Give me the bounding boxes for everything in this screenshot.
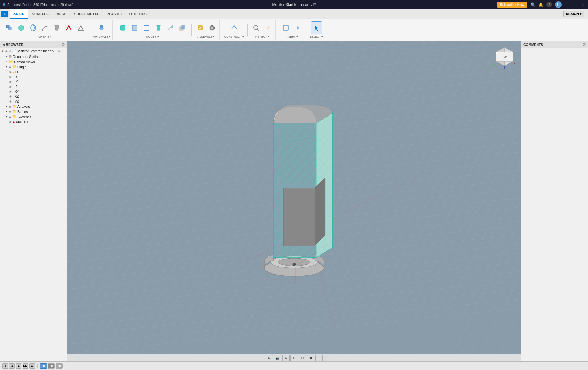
timeline-btn2[interactable]: ◼ — [48, 363, 55, 369]
maximize-button[interactable]: □ — [573, 2, 578, 7]
minimize-button[interactable]: ─ — [565, 2, 570, 7]
help-icon[interactable]: ? — [546, 2, 552, 7]
playback-play-button[interactable]: ▶ — [16, 363, 21, 369]
comments-settings-icon[interactable]: ⊙ — [582, 43, 586, 47]
viewport-display2-button[interactable]: ⊞ — [315, 355, 323, 361]
tab-utilities[interactable]: UTILITIES — [126, 9, 150, 19]
tree-named-views[interactable]: ▶ 📁 Named Views — [0, 59, 67, 64]
viewport-orbit-button[interactable]: ↻ — [282, 355, 290, 361]
browser-settings-icon[interactable]: ⊙ — [62, 43, 65, 47]
extrude-button[interactable] — [16, 21, 27, 34]
named-views-arrow[interactable]: ▶ — [5, 60, 8, 63]
sketches-vis-icon[interactable]: ◉ — [9, 115, 11, 118]
shell-button[interactable] — [141, 21, 152, 34]
analysis-vis-icon[interactable]: ◉ — [9, 105, 11, 108]
assemble-label[interactable]: ASSEMBLE ▾ — [197, 35, 215, 38]
y-vis-icon[interactable]: ◉ — [9, 80, 12, 83]
user-avatar[interactable]: U — [555, 1, 562, 8]
navigation-cube[interactable]: TOP — [493, 46, 516, 69]
tree-point-o[interactable]: ◉ ● O — [0, 69, 67, 74]
tab-solid[interactable]: SOLID — [10, 9, 28, 19]
doc-settings-arrow[interactable]: ▶ — [5, 55, 8, 58]
draft-button[interactable] — [153, 21, 164, 34]
tree-axis-z[interactable]: ◉ ─ Z — [0, 84, 67, 89]
yz-vis-icon[interactable]: ◉ — [9, 100, 12, 103]
point-vis-icon[interactable]: ◉ — [9, 70, 12, 73]
tab-plastic[interactable]: PLASTIC — [103, 9, 126, 19]
select-btn[interactable] — [311, 21, 322, 34]
fillet-button[interactable] — [117, 21, 128, 34]
origin-arrow[interactable]: ▼ — [5, 65, 8, 69]
tree-sketch1[interactable]: ◉ ◈ Sketch1 — [0, 119, 67, 124]
tree-analysis[interactable]: ▶ ◉ 📁 Analysis — [0, 104, 67, 109]
assemble-btn1[interactable]: A — [195, 21, 206, 34]
revolve-button[interactable] — [28, 21, 39, 34]
z-vis-icon[interactable]: ◉ — [9, 85, 12, 88]
insert-label[interactable]: INSERT ▾ — [286, 35, 298, 38]
new-component-button[interactable] — [4, 21, 15, 34]
tree-plane-xz[interactable]: ◉ ▪ XZ — [0, 94, 67, 99]
loft-button[interactable] — [51, 21, 62, 34]
viewport[interactable]: TOP ⚙ 📷 ↻ ⊕ ◻ ◼ ⊞ — [67, 41, 521, 362]
add-tab-button[interactable]: + — [1, 11, 8, 17]
timeline-btn1[interactable]: ◼ — [40, 363, 47, 369]
design-dropdown[interactable]: DESIGN ▾ — [563, 11, 584, 17]
browser-collapse-icon[interactable]: ◀ — [2, 43, 5, 46]
automate-label[interactable]: AUTOMATE ▾ — [93, 35, 110, 38]
bodies-vis-icon[interactable]: ◉ — [9, 110, 11, 113]
inspect-label[interactable]: INSPECT ▾ — [255, 35, 269, 38]
sweep-button[interactable] — [39, 21, 51, 34]
playback-end-button[interactable]: ⏭ — [29, 363, 35, 369]
tree-axis-y[interactable]: ◉ ─ Y — [0, 79, 67, 84]
construct-label[interactable]: CONSTRUCT ▾ — [224, 35, 244, 38]
insert-btn2[interactable] — [292, 21, 303, 34]
modify-label[interactable]: MODIFY ▾ — [146, 35, 159, 38]
xy-vis-icon[interactable]: ◉ — [9, 90, 12, 93]
x-vis-icon[interactable]: ◉ — [9, 75, 12, 78]
tree-axis-x[interactable]: ◉ ─ X — [0, 74, 67, 79]
analysis-arrow[interactable]: ▶ — [5, 105, 8, 108]
tree-root[interactable]: ▼ ◉ ◎ 📄 Monitor Start top insert v1 ⊙ — [0, 48, 67, 54]
tree-doc-settings[interactable]: ▶ ⚙ Document Settings — [0, 54, 67, 59]
chamfer-button[interactable] — [129, 21, 140, 34]
tree-plane-yz[interactable]: ◉ ▪ YZ — [0, 99, 67, 104]
playback-back-button[interactable]: ◀ — [9, 363, 15, 369]
close-button[interactable]: ✕ — [581, 2, 586, 7]
tab-sheet-metal[interactable]: SHEET METAL — [70, 9, 103, 19]
inspect-btn2[interactable] — [263, 21, 274, 34]
tree-bodies[interactable]: ▶ ◉ 📁 Bodies — [0, 109, 67, 114]
notification-icon[interactable]: 🔔 — [538, 2, 543, 7]
viewport-fit-button[interactable]: ◻ — [299, 355, 306, 361]
viewport-display1-button[interactable]: ◼ — [307, 355, 314, 361]
bodies-arrow[interactable]: ▶ — [5, 110, 8, 113]
rib-button[interactable] — [63, 21, 74, 34]
playback-next-play-button[interactable]: ▶▶ — [23, 363, 28, 369]
create-label[interactable]: CREATE ▾ — [38, 35, 51, 38]
sketch1-vis-icon[interactable]: ◉ — [9, 120, 12, 123]
web-button[interactable] — [75, 21, 86, 34]
tree-origin[interactable]: ▼ ◉ 📁 Origin — [0, 64, 67, 69]
timeline-btn3[interactable]: ◼ — [56, 363, 63, 369]
scale-button[interactable] — [165, 21, 176, 34]
insert-btn1[interactable] — [280, 21, 291, 34]
search-icon[interactable]: 🔍 — [530, 2, 535, 7]
viewport-settings-button[interactable]: ⚙ — [266, 355, 273, 361]
root-arrow[interactable]: ▼ — [1, 50, 4, 53]
subscribe-button[interactable]: Subscribe Now — [497, 2, 527, 8]
assemble-btn2[interactable] — [207, 21, 218, 34]
construct-btn1[interactable] — [229, 21, 240, 34]
inspect-btn1[interactable] — [251, 21, 262, 34]
playback-prev-button[interactable]: ⏮ — [2, 363, 8, 369]
automate-btn1[interactable] — [96, 21, 107, 34]
select-label[interactable]: SELECT ▾ — [310, 35, 323, 38]
tab-surface[interactable]: SURFACE — [28, 9, 53, 19]
viewport-camera-button[interactable]: 📷 — [274, 355, 281, 361]
root-vis-icon[interactable]: ◉ — [5, 50, 8, 53]
root-eye-icon[interactable]: ◎ — [9, 50, 11, 53]
xz-vis-icon[interactable]: ◉ — [9, 95, 12, 98]
combine-button[interactable] — [177, 21, 188, 34]
tab-mesh[interactable]: MESH — [53, 9, 70, 19]
tree-sketches[interactable]: ▼ ◉ 📁 Sketches — [0, 114, 67, 119]
viewport-zoom-button[interactable]: ⊕ — [290, 355, 298, 361]
tree-plane-xy[interactable]: ◉ ▪ XY — [0, 89, 67, 94]
